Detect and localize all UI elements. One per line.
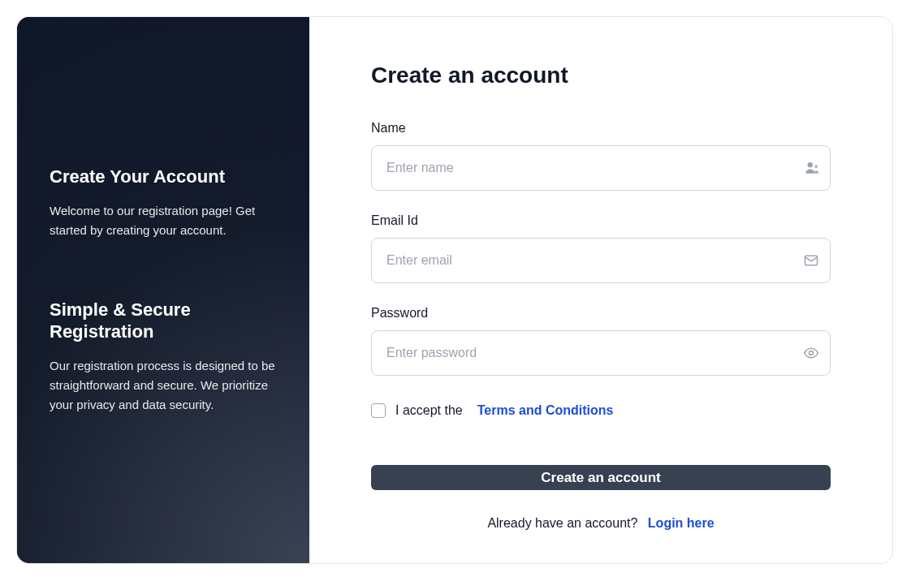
password-input-wrap xyxy=(371,330,831,376)
create-account-button[interactable]: Create an account xyxy=(371,465,831,490)
svg-point-1 xyxy=(814,165,818,168)
email-input-wrap xyxy=(371,238,831,283)
terms-row: I accept the Terms and Conditions xyxy=(371,403,831,418)
terms-text: I accept the xyxy=(395,403,463,418)
name-label: Name xyxy=(371,121,831,136)
sidebar-block-create: Create Your Account Welcome to our regis… xyxy=(50,166,277,240)
sidebar-heading: Create Your Account xyxy=(50,166,277,188)
svg-point-3 xyxy=(810,351,814,355)
name-group: Name xyxy=(371,121,831,191)
user-icon xyxy=(805,161,819,175)
sidebar-body: Our registration process is designed to … xyxy=(50,356,277,415)
password-input[interactable] xyxy=(371,330,831,376)
email-label: Email Id xyxy=(371,213,831,228)
terms-checkbox[interactable] xyxy=(371,403,386,418)
sidebar-body: Welcome to our registration page! Get st… xyxy=(50,201,277,240)
login-prompt: Already have an account? xyxy=(487,516,637,530)
name-input-wrap xyxy=(371,145,831,191)
page-title: Create an account xyxy=(371,62,831,88)
name-input[interactable] xyxy=(371,145,831,191)
login-link[interactable]: Login here xyxy=(648,516,715,530)
sidebar-heading: Simple & Secure Registration xyxy=(50,299,277,343)
envelope-icon xyxy=(803,252,819,269)
eye-icon[interactable] xyxy=(803,345,819,361)
terms-link[interactable]: Terms and Conditions xyxy=(477,403,614,418)
svg-point-0 xyxy=(808,162,813,167)
form-panel: Create an account Name Email Id Password xyxy=(309,17,892,563)
password-group: Password xyxy=(371,306,831,376)
sidebar-panel: Create Your Account Welcome to our regis… xyxy=(17,17,309,563)
registration-card: Create Your Account Welcome to our regis… xyxy=(16,16,893,564)
login-row: Already have an account? Login here xyxy=(371,516,831,531)
password-label: Password xyxy=(371,306,831,321)
sidebar-block-secure: Simple & Secure Registration Our registr… xyxy=(50,299,277,415)
email-input[interactable] xyxy=(371,238,831,283)
email-group: Email Id xyxy=(371,213,831,283)
